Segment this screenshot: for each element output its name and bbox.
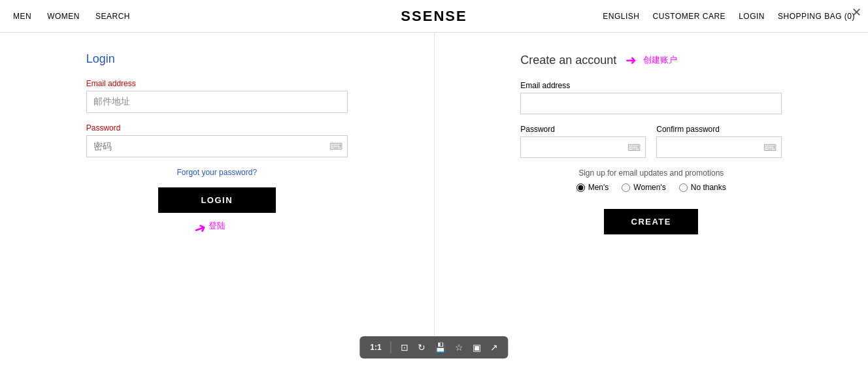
nav-english[interactable]: ENGLISH: [603, 12, 639, 21]
toolbar-divider-1: [391, 341, 392, 353]
layout-icon[interactable]: ▣: [473, 342, 481, 353]
login-password-input[interactable]: [86, 135, 348, 157]
register-password-wrapper: ⌨: [520, 136, 646, 158]
star-icon[interactable]: ☆: [455, 342, 463, 353]
email-prefs-text: Sign up for email updates and promotions: [520, 168, 782, 178]
login-password-input-wrapper: ⌨: [86, 135, 348, 157]
radio-group: Men's Women's No thanks: [520, 183, 782, 192]
register-email-group: Email address: [520, 81, 782, 114]
nav-customer-care[interactable]: CUSTOMER CARE: [653, 12, 726, 21]
email-prefs-group: Sign up for email updates and promotions…: [520, 168, 782, 192]
radio-no-thanks-label: No thanks: [691, 183, 726, 192]
login-annotation: ➜ 登陆: [194, 220, 225, 237]
register-confirm-label: Confirm password: [656, 125, 782, 134]
brand-logo[interactable]: SSENSE: [401, 8, 467, 25]
save-icon[interactable]: 💾: [435, 342, 446, 353]
register-confirm-password-col: Confirm password ⌨: [656, 125, 782, 158]
bottom-toolbar: 1:1 ⊡ ↻ 💾 ☆ ▣ ↗: [359, 336, 508, 358]
login-form: Login Email address Password ⌨ Forgot yo…: [86, 52, 348, 213]
register-email-label: Email address: [520, 81, 782, 90]
register-section: Create an account ➜ 创建账户 Email address P…: [435, 33, 869, 336]
close-button[interactable]: ✕: [852, 7, 861, 18]
login-password-group: Password ⌨: [86, 123, 348, 157]
login-title: Login: [86, 52, 115, 66]
forgot-password-link[interactable]: Forgot your password?: [176, 168, 257, 177]
radio-mens-input[interactable]: [576, 183, 585, 192]
navbar-left: MEN WOMEN SEARCH: [13, 12, 130, 21]
create-account-annotation-label: 创建账户: [643, 54, 677, 66]
radio-womens-label: Women's: [633, 183, 665, 192]
radio-mens-label: Men's: [588, 183, 609, 192]
fit-icon[interactable]: ⊡: [401, 342, 409, 353]
radio-mens[interactable]: Men's: [576, 183, 609, 192]
login-arrow-icon: ➜: [192, 219, 209, 239]
register-title: Create an account: [520, 54, 616, 67]
nav-login[interactable]: LOGIN: [739, 12, 765, 21]
radio-womens[interactable]: Women's: [622, 183, 665, 192]
register-email-input[interactable]: [520, 93, 782, 114]
radio-no-thanks[interactable]: No thanks: [679, 183, 726, 192]
password-icon: ⌨: [329, 141, 342, 151]
login-password-label: Password: [86, 123, 348, 133]
create-button-wrapper: CREATE: [520, 201, 782, 234]
refresh-icon[interactable]: ↻: [418, 342, 426, 353]
register-confirm-icon: ⌨: [763, 142, 776, 153]
register-title-row: Create an account ➜ 创建账户: [520, 52, 782, 68]
nav-search[interactable]: SEARCH: [95, 12, 130, 21]
login-button[interactable]: LOGIN: [158, 187, 276, 213]
navbar-right: ENGLISH CUSTOMER CARE LOGIN SHOPPING BAG…: [603, 12, 855, 21]
register-password-col: Password ⌨: [520, 125, 646, 158]
register-password-label: Password: [520, 125, 646, 134]
login-annotation-label: 登陆: [209, 220, 225, 232]
register-confirm-wrapper: ⌨: [656, 136, 782, 158]
main-content: Login Email address Password ⌨ Forgot yo…: [0, 33, 868, 336]
login-section: Login Email address Password ⌨ Forgot yo…: [0, 33, 435, 336]
create-account-arrow-icon: ➜: [626, 52, 637, 68]
radio-womens-input[interactable]: [622, 183, 630, 192]
toolbar-zoom: 1:1: [370, 343, 381, 352]
create-button[interactable]: CREATE: [604, 209, 698, 234]
login-email-group: Email address: [86, 79, 348, 113]
login-button-wrapper: LOGIN ➜ 登陆: [158, 187, 276, 213]
login-email-label: Email address: [86, 79, 348, 88]
nav-women[interactable]: WOMEN: [47, 12, 80, 21]
register-form: Create an account ➜ 创建账户 Email address P…: [520, 52, 782, 234]
navbar: MEN WOMEN SEARCH SSENSE ENGLISH CUSTOMER…: [0, 0, 868, 33]
page-wrapper: MEN WOMEN SEARCH SSENSE ENGLISH CUSTOMER…: [0, 0, 868, 365]
share-icon[interactable]: ↗: [490, 342, 498, 353]
login-email-input[interactable]: [86, 91, 348, 113]
radio-no-thanks-input[interactable]: [679, 183, 688, 192]
register-password-icon: ⌨: [627, 142, 641, 153]
nav-shopping-bag[interactable]: SHOPPING BAG (0): [778, 12, 855, 21]
nav-men[interactable]: MEN: [13, 12, 31, 21]
register-password-row: Password ⌨ Confirm password ⌨: [520, 125, 782, 158]
